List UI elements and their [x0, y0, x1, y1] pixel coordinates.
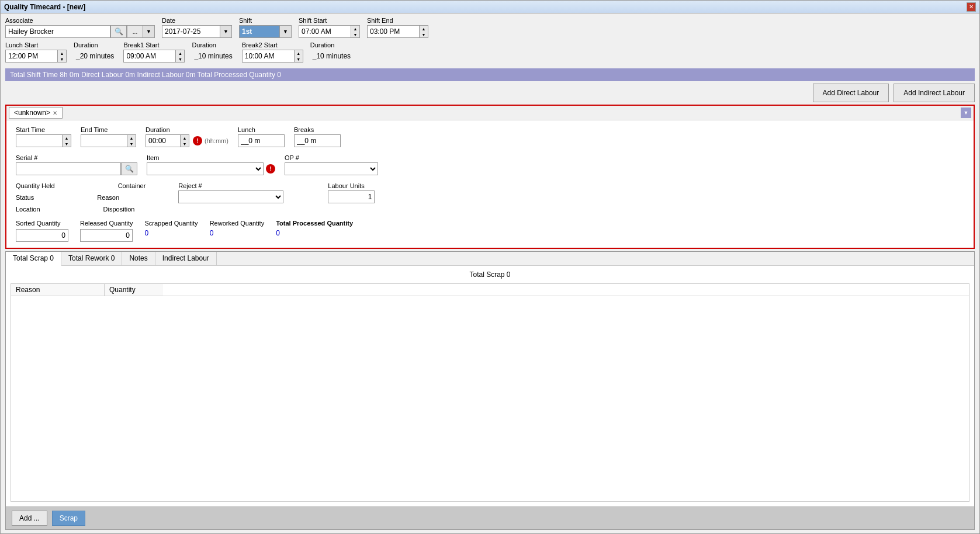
- bottom-action-bar: Add ... Scrap: [6, 507, 974, 529]
- break1-start-input[interactable]: [123, 50, 176, 63]
- end-time-spinner[interactable]: ▲ ▼: [127, 134, 136, 147]
- labour-units-group: Labour Units: [328, 182, 375, 203]
- lunch-input[interactable]: [238, 134, 285, 147]
- tab-total-scrap[interactable]: Total Scrap 0: [6, 252, 61, 266]
- associate-input[interactable]: [5, 25, 110, 38]
- serial-label: Serial #: [16, 154, 137, 161]
- breaks-label: Breaks: [294, 126, 341, 133]
- shift-end-spinner[interactable]: ▲ ▼: [420, 25, 428, 38]
- associate-group: Associate 🔍 ... ▼: [5, 17, 155, 38]
- qty-held-group: Quantity Held: [16, 182, 55, 189]
- shift-end-group: Shift End ▲ ▼: [367, 17, 428, 38]
- shift-input[interactable]: [239, 25, 280, 38]
- tab-close-btn[interactable]: ✕: [53, 110, 57, 116]
- location-group: Location: [16, 206, 40, 213]
- shift-start-input-group: ▲ ▼: [299, 25, 360, 38]
- associate-search-btn[interactable]: 🔍: [110, 25, 127, 38]
- duration-input[interactable]: [146, 134, 181, 147]
- shift-label: Shift: [239, 17, 292, 24]
- shift-end-up[interactable]: ▲: [420, 26, 428, 32]
- add-direct-labour-button[interactable]: Add Direct Labour: [813, 84, 889, 102]
- shift-start-spinner[interactable]: ▲ ▼: [351, 25, 360, 38]
- break2-start-spinner[interactable]: ▲ ▼: [295, 50, 303, 63]
- item-label: Item: [147, 154, 275, 161]
- end-time-down[interactable]: ▼: [127, 141, 136, 147]
- total-processed-label: Total Processed Quantity: [276, 220, 353, 227]
- bottom-tabs: Total Scrap 0 Total Rework 0 Notes Indir…: [6, 252, 974, 266]
- status-bar: Total Shift Time 8h 0m Direct Labour 0m …: [5, 68, 975, 81]
- breaks-group: Breaks: [294, 126, 341, 147]
- shift-end-down[interactable]: ▼: [420, 32, 428, 37]
- toolbar: Add Direct Labour Add Indirect Labour: [5, 84, 975, 102]
- qty-held-label: Quantity Held: [16, 182, 55, 189]
- duration-input-group: ▲ ▼: [146, 134, 189, 147]
- duration-up[interactable]: ▲: [181, 135, 189, 141]
- lunch-start-down[interactable]: ▼: [58, 56, 66, 62]
- start-time-group: Start Time ▲ ▼: [16, 126, 71, 147]
- op-label: OP #: [285, 154, 378, 161]
- shift-start-label: Shift Start: [299, 17, 360, 24]
- tab-indirect-labour[interactable]: Indirect Labour: [155, 252, 217, 265]
- duration-down[interactable]: ▼: [181, 141, 189, 147]
- unknown-tab[interactable]: <unknown> ✕: [9, 107, 63, 119]
- shift-dropdown-btn[interactable]: ▼: [280, 25, 292, 38]
- associate-browse-btn[interactable]: ...: [127, 25, 143, 38]
- end-time-input[interactable]: [81, 134, 127, 147]
- break1-start-spinner[interactable]: ▲ ▼: [176, 50, 185, 63]
- shift-start-input[interactable]: [299, 25, 351, 38]
- start-time-input[interactable]: [16, 134, 63, 147]
- bottom-content: Total Scrap 0 Reason Quantity: [6, 266, 974, 507]
- tab-dropdown-btn[interactable]: ▼: [961, 108, 971, 118]
- date-dropdown-btn[interactable]: ▼: [220, 25, 232, 38]
- associate-dropdown-btn[interactable]: ▼: [143, 25, 155, 38]
- breaks-input[interactable]: [294, 134, 341, 147]
- close-button[interactable]: ✕: [967, 2, 976, 12]
- date-input[interactable]: [162, 25, 220, 38]
- break2-start-down[interactable]: ▼: [295, 56, 303, 62]
- add-button[interactable]: Add ...: [12, 511, 47, 526]
- start-time-down[interactable]: ▼: [63, 141, 71, 147]
- reject-select[interactable]: [178, 190, 283, 203]
- duration-error-icon: !: [193, 136, 202, 145]
- break1-start-up[interactable]: ▲: [176, 50, 184, 56]
- main-window: Quality Timecard - [new] ✕ Associate 🔍 .…: [0, 0, 980, 534]
- item-select[interactable]: [147, 162, 264, 175]
- shift-input-group: ▼: [239, 25, 292, 38]
- shift-end-input[interactable]: [367, 25, 420, 38]
- start-time-spinner[interactable]: ▲ ▼: [63, 134, 71, 147]
- start-time-input-group: ▲ ▼: [16, 134, 71, 147]
- lunch-start-input[interactable]: [5, 50, 58, 63]
- duration-group: Duration ▲ ▼ ! (hh:mm): [146, 126, 228, 147]
- end-time-up[interactable]: ▲: [127, 135, 136, 141]
- duration-spinner[interactable]: ▲ ▼: [181, 134, 189, 147]
- sorted-qty-input[interactable]: [16, 229, 68, 242]
- break2-start-input[interactable]: [242, 50, 295, 63]
- tab-total-rework[interactable]: Total Rework 0: [61, 252, 122, 265]
- break1-duration-value: _10 minutes: [192, 50, 234, 63]
- total-processed-value: 0: [276, 229, 353, 237]
- serial-search-btn[interactable]: 🔍: [121, 162, 137, 175]
- shift-start-down[interactable]: ▼: [351, 32, 359, 37]
- start-time-label: Start Time: [16, 126, 71, 133]
- serial-input[interactable]: [16, 162, 121, 175]
- duration-hint: (hh:mm): [205, 137, 228, 144]
- break2-duration-label: Duration: [310, 41, 353, 48]
- total-scrap-title: Total Scrap 0: [11, 271, 969, 279]
- lunch-start-spinner[interactable]: ▲ ▼: [58, 50, 67, 63]
- scrap-button[interactable]: Scrap: [52, 511, 85, 526]
- labour-units-input[interactable]: [328, 190, 375, 203]
- break1-start-down[interactable]: ▼: [176, 56, 184, 62]
- status-group: Status: [16, 194, 34, 201]
- header-row-1: Associate 🔍 ... ▼ Date ▼ Shift: [5, 17, 975, 38]
- tab-notes[interactable]: Notes: [122, 252, 155, 265]
- start-time-up[interactable]: ▲: [63, 135, 71, 141]
- released-qty-input[interactable]: [80, 229, 133, 242]
- lunch-duration-label: Duration: [74, 41, 116, 48]
- op-select[interactable]: [285, 162, 378, 175]
- add-indirect-labour-button[interactable]: Add Indirect Labour: [894, 84, 975, 102]
- shift-start-up[interactable]: ▲: [351, 26, 359, 32]
- reason-label: Reason: [97, 194, 119, 201]
- break1-duration-label: Duration: [192, 41, 234, 48]
- break2-start-up[interactable]: ▲: [295, 50, 303, 56]
- lunch-start-up[interactable]: ▲: [58, 50, 66, 56]
